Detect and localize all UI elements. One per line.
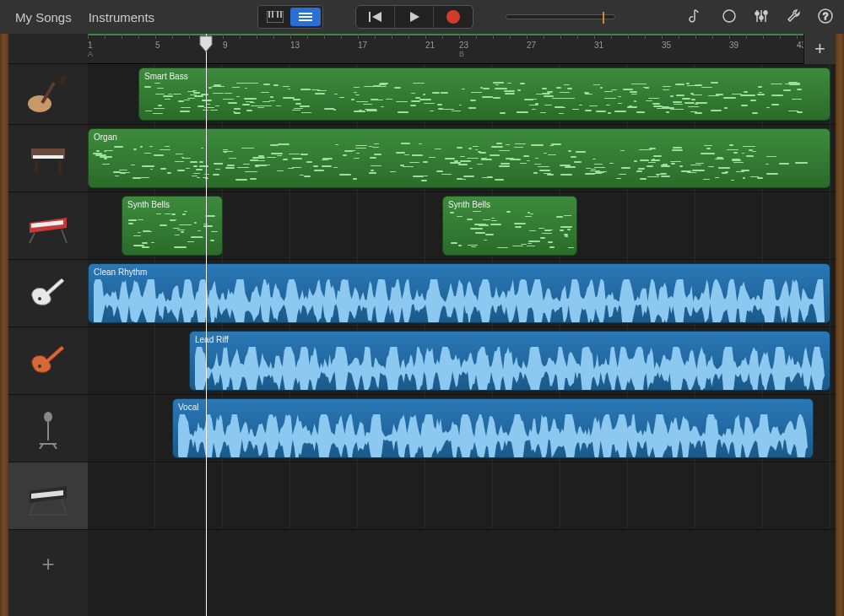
svg-line-35: [30, 503, 35, 515]
svg-rect-7: [299, 19, 312, 21]
ruler-corner: [8, 34, 88, 64]
track-row[interactable]: Clean Rhythm: [88, 260, 836, 327]
ruler-mark: 5: [155, 41, 160, 50]
track-header-mic[interactable]: [8, 395, 88, 462]
transport-controls: [355, 5, 473, 29]
svg-point-13: [755, 12, 759, 15]
track-header-synth[interactable]: [8, 192, 88, 260]
svg-point-14: [760, 16, 763, 19]
track-header-lead-guitar[interactable]: [8, 327, 88, 395]
svg-point-28: [38, 297, 41, 300]
region-label: Lead Riff: [195, 335, 825, 344]
add-section-button[interactable]: +: [803, 34, 836, 64]
track-row[interactable]: Lead Riff: [88, 327, 836, 395]
rewind-button[interactable]: [356, 6, 395, 28]
tracks-area[interactable]: Smart BassOrganSynth BellsSynth BellsCle…: [88, 64, 836, 616]
track-header-keyboard-synth[interactable]: [8, 462, 88, 530]
svg-rect-22: [33, 155, 63, 159]
region-label: Clean Rhythm: [94, 267, 825, 277]
svg-rect-24: [58, 160, 62, 174]
mixer-icon: [753, 8, 770, 24]
svg-rect-8: [369, 12, 371, 22]
region-midi[interactable]: Synth Bells: [442, 196, 577, 256]
ruler-mark: 31: [594, 41, 603, 50]
add-track-button[interactable]: +: [8, 530, 88, 597]
ruler-mark: 1A: [88, 41, 93, 58]
svg-rect-1: [268, 11, 270, 18]
play-button[interactable]: [395, 6, 434, 28]
svg-rect-5: [299, 13, 312, 14]
rewind-icon: [368, 10, 383, 24]
svg-rect-23: [35, 160, 38, 174]
region-label: Synth Bells: [127, 200, 217, 209]
ruler-mark: 21: [425, 41, 435, 50]
wood-edge-left: [0, 34, 8, 616]
mixer-button[interactable]: [753, 8, 770, 27]
wood-edge-right: [836, 34, 844, 616]
track-header-organ[interactable]: [8, 125, 88, 192]
track-row[interactable]: Synth BellsSynth Bells: [88, 192, 836, 260]
svg-line-27: [62, 230, 67, 243]
track-row[interactable]: Vocal: [88, 395, 836, 462]
svg-point-18: [28, 95, 51, 112]
svg-rect-4: [280, 11, 282, 18]
timeline[interactable]: 1A5913172123B2731353943 + Smart BassOrga…: [88, 34, 836, 616]
ruler-mark: 17: [358, 41, 367, 50]
region-midi[interactable]: Organ: [88, 128, 830, 188]
settings-button[interactable]: [785, 8, 802, 27]
region-audio[interactable]: Lead Riff: [189, 331, 830, 391]
loop-button[interactable]: [721, 8, 738, 27]
svg-line-36: [62, 500, 67, 515]
my-songs-button[interactable]: My Songs: [10, 8, 77, 26]
loop-icon: [721, 8, 738, 24]
track-header-bass[interactable]: [8, 64, 88, 125]
master-volume-slider[interactable]: [506, 14, 615, 19]
svg-rect-6: [299, 16, 312, 18]
region-label: Organ: [94, 132, 825, 142]
ruler-mark: 39: [729, 41, 738, 50]
play-icon: [407, 10, 422, 24]
loop-browser-button[interactable]: [689, 8, 706, 27]
piano-keys-icon: [267, 11, 284, 23]
region-label: Synth Bells: [448, 200, 571, 209]
svg-line-26: [30, 233, 35, 243]
svg-point-29: [38, 365, 41, 368]
track-row[interactable]: Smart Bass: [88, 64, 836, 125]
ruler-mark: 9: [223, 41, 228, 50]
record-button[interactable]: [434, 6, 473, 28]
track-row[interactable]: Organ: [88, 125, 836, 192]
ruler-mark: 27: [527, 41, 536, 50]
svg-point-30: [44, 412, 52, 422]
ruler-mark: 13: [290, 41, 300, 50]
help-icon: ?: [817, 8, 834, 24]
track-header-sidebar: +: [8, 34, 88, 616]
help-button[interactable]: ?: [817, 8, 834, 27]
tracks-icon: [297, 11, 314, 23]
svg-rect-31: [47, 422, 49, 440]
note-icon: [689, 8, 706, 24]
instruments-button[interactable]: Instruments: [84, 8, 160, 26]
region-label: Vocal: [178, 403, 808, 412]
instrument-view-button[interactable]: [260, 8, 290, 26]
region-audio[interactable]: Clean Rhythm: [88, 263, 830, 323]
record-icon: [446, 10, 460, 24]
region-midi[interactable]: Synth Bells: [122, 196, 223, 256]
svg-point-15: [764, 11, 767, 14]
region-audio[interactable]: Vocal: [172, 398, 814, 458]
track-header-clean-guitar[interactable]: [8, 260, 88, 327]
svg-rect-3: [277, 11, 279, 18]
svg-text:?: ?: [823, 11, 828, 21]
svg-rect-2: [272, 11, 273, 18]
track-row[interactable]: [88, 462, 836, 530]
view-toggle: [257, 5, 323, 29]
region-midi[interactable]: Smart Bass: [138, 68, 830, 121]
wrench-icon: [785, 8, 802, 24]
top-toolbar: My Songs Instruments ?: [0, 0, 844, 34]
svg-point-9: [723, 10, 735, 22]
tracks-view-button[interactable]: [290, 8, 321, 26]
svg-rect-20: [58, 75, 67, 85]
ruler-mark: 23B: [459, 41, 468, 58]
ruler-mark: 35: [662, 41, 671, 50]
region-label: Smart Bass: [144, 72, 825, 81]
playhead-handle[interactable]: [199, 35, 213, 52]
